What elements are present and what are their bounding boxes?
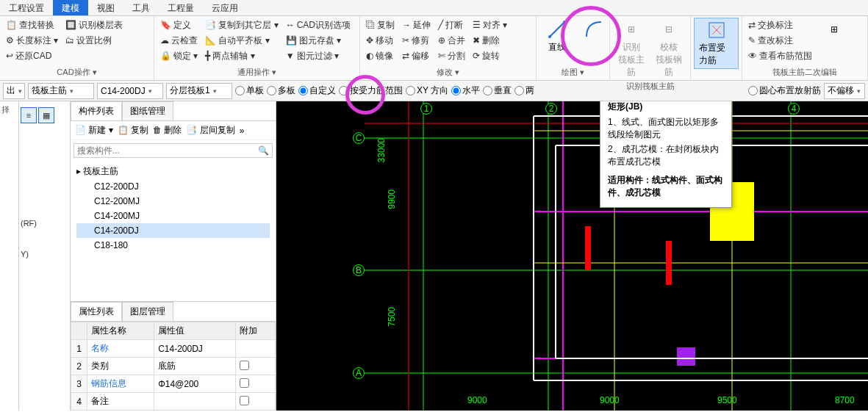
icon-toggle-a[interactable]: ≡ (21, 107, 37, 123)
copy-button[interactable]: 📋 复制 (118, 124, 148, 137)
toolbar-more[interactable]: » (240, 126, 245, 136)
tab-cloud[interactable]: 云应用 (203, 0, 247, 15)
tree-item-4[interactable]: C18-180 (76, 238, 270, 253)
extend[interactable]: → 延伸 (399, 18, 434, 32)
tree-item-1[interactable]: C12-200MJ (76, 194, 270, 209)
rotate[interactable]: ⟳ 旋转 (470, 48, 510, 63)
tab-engineering[interactable]: 工程设置 (0, 0, 53, 15)
mid-panel: 构件列表 图纸管理 📄 新建 ▾ 📋 复制 🗑 删除 📑 层间复制 » 🔍 ▸ … (71, 101, 276, 411)
icon-toggle-b[interactable]: ▦ (38, 107, 54, 123)
split[interactable]: ✄ 分割 (435, 48, 468, 63)
view-range[interactable]: 👁 查看布筋范围 (745, 48, 815, 63)
element-filter[interactable]: ▼ 图元过滤 ▾ (283, 48, 354, 63)
dim-9000b: 9000 (600, 395, 620, 405)
save-element[interactable]: 💾 图元存盘 ▾ (283, 33, 354, 48)
identify-rebar[interactable]: ⊞ 识别 筏板主筋 (613, 18, 650, 80)
group-modify-label: 修改 ▾ (363, 66, 533, 79)
prop-chk[interactable] (240, 396, 249, 405)
dim-9000a: 9000 (467, 395, 487, 405)
copy-to-layer[interactable]: 📑 复制到其它层 ▾ (202, 18, 281, 32)
prop-chk[interactable] (240, 378, 249, 388)
table-row: 1 名称 C14-200DJ (71, 340, 276, 358)
radio-vert[interactable]: 垂直 (483, 84, 512, 97)
edit-annotation[interactable]: ✎ 查改标注 (745, 33, 815, 48)
tooltip-rect-jb: 矩形(JB) 1、线式、面式图元以矩形多线段绘制图元 2、成孔芯模：在封闭板块内… (600, 101, 732, 208)
prop-name-cell[interactable]: 名称 (87, 340, 154, 358)
tab-view[interactable]: 视图 (88, 0, 123, 15)
place-rebar-button[interactable]: 布置受力筋 (694, 18, 739, 69)
svg-line-0 (550, 22, 564, 37)
merge[interactable]: ⊕ 合并 (435, 33, 468, 48)
new-button[interactable]: 📄 新建 ▾ (75, 124, 113, 137)
tree-item-0[interactable]: C12-200DJ (76, 179, 270, 194)
group-common-label: 通用操作 ▾ (157, 66, 356, 79)
break[interactable]: ╱ 打断 (435, 18, 468, 32)
svg-rect-22 (677, 347, 695, 366)
layer-copy-button[interactable]: 📑 层间复制 (186, 124, 234, 137)
radio-radial[interactable]: 圆心布置放射筋 (748, 84, 821, 97)
arc-button[interactable] (576, 18, 611, 41)
y-label: Y) (21, 250, 68, 259)
dd-out[interactable]: 出 (3, 83, 25, 99)
prop-value-cell[interactable]: 底筋 (154, 358, 236, 375)
delete[interactable]: ✖ 删除 (470, 33, 510, 48)
arc-icon (584, 19, 604, 40)
delete-button[interactable]: 🗑 删除 (153, 124, 182, 137)
line-button[interactable]: 直线 (539, 18, 575, 55)
tab-tools[interactable]: 工具 (123, 0, 159, 15)
radio-two[interactable]: 两 (514, 84, 534, 97)
tab-properties[interactable]: 属性列表 (71, 302, 122, 321)
prop-value-cell[interactable]: C14-200DJ (154, 340, 236, 358)
radio-by-range[interactable]: 按受力筋范围 (339, 84, 403, 97)
trim[interactable]: ✂ 修剪 (399, 33, 434, 48)
identify-floor[interactable]: 🔲 识别楼层表 (62, 18, 126, 32)
tab-quantity[interactable]: 工程量 (159, 0, 203, 15)
radio-horiz[interactable]: 水平 (451, 84, 480, 97)
check-rebar[interactable]: ⊟ 校核 筏板钢筋 (651, 18, 688, 80)
svg-point-1 (548, 35, 551, 38)
prop-value-cell[interactable]: Φ14@200 (154, 375, 236, 393)
length-dim[interactable]: ↔ CAD识别选项 (283, 18, 354, 32)
dd-component[interactable]: C14-200DJ (97, 83, 163, 99)
align[interactable]: ☰ 对齐 ▾ (470, 18, 510, 32)
radio-single[interactable]: 单板 (235, 84, 264, 97)
tab-layers[interactable]: 图层管理 (122, 302, 173, 321)
radio-custom[interactable]: 自定义 (298, 84, 336, 97)
dd-offset[interactable]: 不偏移 (824, 83, 865, 99)
swap-annotation[interactable]: ⇄ 交换标注 (745, 18, 815, 32)
radio-xy[interactable]: XY 方向 (406, 84, 448, 97)
restore-cad[interactable]: ↩ 还原CAD (3, 48, 61, 63)
tab-modeling[interactable]: 建模 (53, 0, 88, 15)
cloud-check[interactable]: ☁ 云检查 (157, 33, 201, 48)
offset[interactable]: ⇄ 偏移 (399, 48, 434, 63)
cad-options[interactable]: 🗂 设置比例 (62, 33, 126, 48)
table-row: 4 备注 (71, 393, 276, 411)
auto-level[interactable]: 📐 自动平齐板 ▾ (202, 33, 281, 48)
move[interactable]: ✥ 移动 (363, 33, 398, 48)
dd-category[interactable]: 筏板主筋 (28, 83, 94, 99)
mirror[interactable]: ◐ 镜像 (363, 48, 398, 63)
prop-value-cell[interactable] (154, 393, 236, 411)
search-input[interactable] (77, 145, 258, 156)
search-box[interactable]: 🔍 (73, 143, 273, 158)
tree-item-3[interactable]: C14-200DJ (76, 223, 270, 238)
prop-chk[interactable] (240, 361, 249, 370)
two-point-axis[interactable]: ╋ 两点辅轴 ▾ (202, 48, 281, 63)
dd-layer[interactable]: 分层筏板1 (166, 83, 232, 99)
set-scale[interactable]: ⚙ 长度标注 ▾ (3, 33, 61, 48)
tab-drawing-mgmt[interactable]: 图纸管理 (122, 101, 173, 120)
more-button[interactable]: ⊞ (817, 18, 852, 41)
drawing-canvas[interactable]: 1 2 4 C B A 33000 9900 7500 9000 9000 95… (276, 101, 868, 411)
lock[interactable]: 🔒 锁定 ▾ (157, 48, 201, 63)
main-area: 择 ≡ ▦ (RF) Y) 构件列表 图纸管理 📄 新建 ▾ 📋 复制 🗑 删除… (0, 101, 868, 411)
define[interactable]: 🔖 定义 (157, 18, 201, 32)
prop-name-cell[interactable]: 钢筋信息 (87, 375, 154, 393)
tree-root[interactable]: ▸ 筏板主筋 (76, 164, 270, 179)
copy[interactable]: ⿻ 复制 (363, 18, 398, 32)
tree-item-2[interactable]: C14-200MJ (76, 209, 270, 223)
more-icon: ⊞ (824, 19, 844, 40)
tab-component-list[interactable]: 构件列表 (71, 101, 122, 120)
find-replace[interactable]: 📋 查找替换 (3, 18, 61, 32)
search-icon[interactable]: 🔍 (258, 145, 269, 156)
radio-multi[interactable]: 多板 (267, 84, 295, 97)
